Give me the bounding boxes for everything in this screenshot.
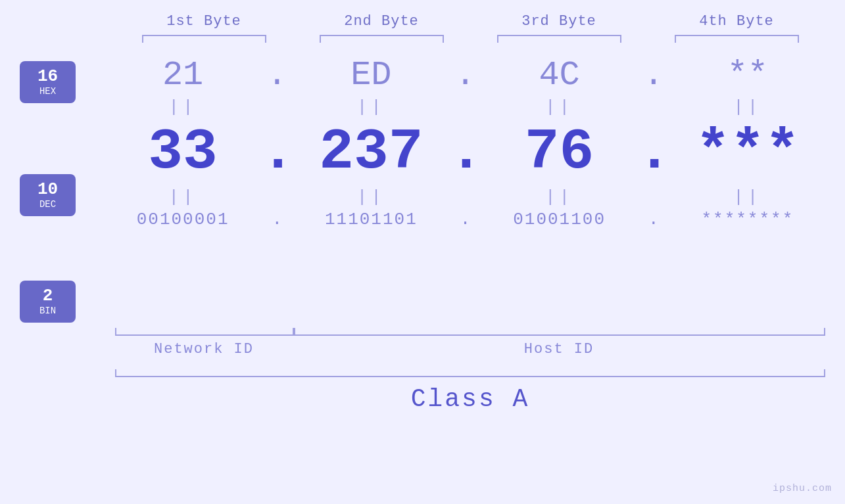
eq2-2: || xyxy=(293,187,448,207)
equals-row-1: || || || || xyxy=(105,95,825,120)
byte-label-3: 3rd Byte xyxy=(470,13,648,30)
bin-value-row: 00100001 . 11101101 . 01001100 . xyxy=(105,210,825,229)
bin-val-2: 11101101 xyxy=(293,210,448,229)
network-bracket xyxy=(115,328,294,336)
hex-number: 16 xyxy=(29,68,66,85)
dec-val-4: *** xyxy=(670,120,825,185)
bin-val-3: 01001100 xyxy=(482,210,637,229)
dec-val-2: 237 xyxy=(293,120,448,185)
class-area: Class A xyxy=(20,369,825,413)
eq2-3: || xyxy=(482,187,637,207)
host-id-label: Host ID xyxy=(293,341,825,357)
byte-label-1: 1st Byte xyxy=(115,13,293,30)
network-id-label: Network ID xyxy=(115,341,293,357)
bracket-group-4 xyxy=(648,35,825,43)
bracket-group-1 xyxy=(115,35,293,43)
bracket-line-2 xyxy=(320,35,444,43)
hex-badge: 16 HEX xyxy=(20,61,76,103)
bottom-brackets xyxy=(115,328,825,336)
hex-val-3: 4C xyxy=(482,56,637,95)
host-bracket xyxy=(294,328,825,336)
spacer-1 xyxy=(20,120,105,144)
eq1-1: || xyxy=(105,97,260,117)
base-labels-column: 16 HEX 10 DEC 2 BIN xyxy=(20,56,105,321)
eq2-1: || xyxy=(105,187,260,207)
bracket-line-4 xyxy=(675,35,799,43)
eq1-3: || xyxy=(482,97,637,117)
bin-number: 2 xyxy=(29,287,66,304)
dec-val-3: 76 xyxy=(482,120,637,185)
hex-value-row: 21 . ED . 4C . ** xyxy=(105,56,825,95)
hex-val-1: 21 xyxy=(105,56,260,95)
hex-val-2: ED xyxy=(293,56,448,95)
byte-label-2: 2nd Byte xyxy=(293,13,470,30)
bin-val-4: ******** xyxy=(670,210,825,229)
dec-value-row: 33 . 237 . 76 . *** xyxy=(105,120,825,185)
eq1-2: || xyxy=(293,97,448,117)
eq2-4: || xyxy=(670,187,825,207)
equals-row-2: || || || || xyxy=(105,185,825,210)
bracket-line-1 xyxy=(142,35,266,43)
bottom-bracket-area: Network ID Host ID xyxy=(20,328,825,357)
class-bracket xyxy=(115,369,825,377)
top-brackets xyxy=(20,35,825,43)
byte-labels-row: 1st Byte 2nd Byte 3rd Byte 4th Byte xyxy=(20,13,825,30)
bracket-line-3 xyxy=(497,35,621,43)
bin-badge: 2 BIN xyxy=(20,281,76,323)
bin-name: BIN xyxy=(29,306,66,316)
dec-dot-3: . xyxy=(637,120,670,185)
hex-dot-3: . xyxy=(637,56,670,95)
dec-badge: 10 DEC xyxy=(20,174,76,216)
main-area: 16 HEX 10 DEC 2 BIN xyxy=(20,56,825,321)
spacer-2 xyxy=(20,246,105,270)
main-container: 1st Byte 2nd Byte 3rd Byte 4th Byte 16 H… xyxy=(0,0,845,504)
class-label: Class A xyxy=(115,385,825,413)
dec-number: 10 xyxy=(29,181,66,198)
hex-name: HEX xyxy=(29,86,66,97)
watermark: ipshu.com xyxy=(773,483,832,494)
bracket-group-2 xyxy=(293,35,470,43)
eq1-4: || xyxy=(670,97,825,117)
values-grid: 21 . ED . 4C . ** xyxy=(105,56,825,321)
dec-dot-1: . xyxy=(260,120,293,185)
dec-dot-2: . xyxy=(449,120,482,185)
bottom-labels: Network ID Host ID xyxy=(115,341,825,357)
hex-dot-2: . xyxy=(449,56,482,95)
dec-val-1: 33 xyxy=(105,120,260,185)
bin-val-1: 00100001 xyxy=(105,210,260,229)
bin-dot-1: . xyxy=(260,210,293,229)
bin-dot-3: . xyxy=(637,210,670,229)
byte-label-4: 4th Byte xyxy=(648,13,825,30)
dec-name: DEC xyxy=(29,199,66,210)
bin-badge-row: 2 BIN xyxy=(20,282,105,321)
bin-dot-2: . xyxy=(449,210,482,229)
hex-dot-1: . xyxy=(260,56,293,95)
dec-badge-row: 10 DEC xyxy=(20,156,105,235)
bracket-group-3 xyxy=(470,35,648,43)
hex-val-4: ** xyxy=(670,56,825,95)
hex-badge-row: 16 HEX xyxy=(20,56,105,108)
